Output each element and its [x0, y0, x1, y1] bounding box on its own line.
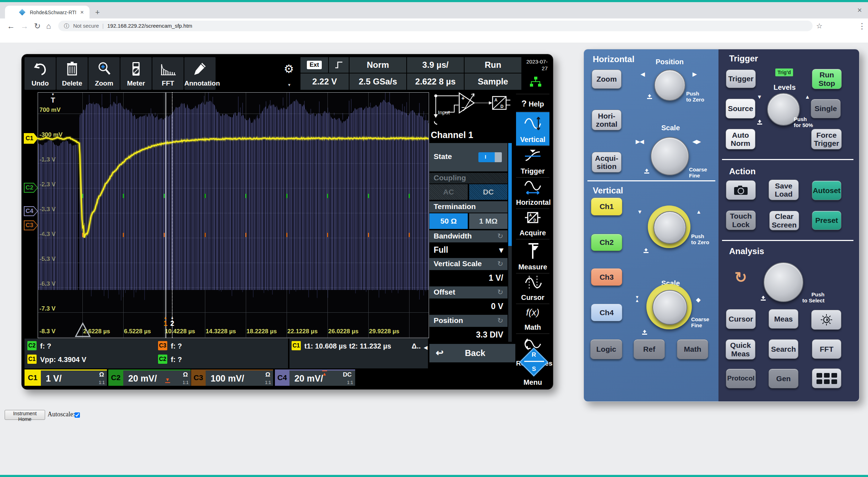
- screenshot-button[interactable]: [726, 180, 756, 200]
- fft-hw-button[interactable]: FFT: [812, 339, 841, 359]
- forward-icon[interactable]: →: [21, 22, 28, 31]
- collapse-arrow-icon[interactable]: ◀: [424, 345, 428, 350]
- hw-horizontal-button[interactable]: Hori- zontal: [592, 110, 622, 130]
- apps-menu-button[interactable]: [812, 368, 841, 388]
- termination-1m-button[interactable]: 1 MΩ: [469, 213, 508, 229]
- math-button[interactable]: Math: [677, 339, 708, 359]
- auto-norm-button[interactable]: Auto Norm: [726, 129, 755, 149]
- c1-badge[interactable]: C1: [25, 369, 41, 386]
- c2-badge[interactable]: C2: [108, 369, 123, 386]
- h-scale-knob[interactable]: [651, 137, 689, 175]
- sample-rate-cell[interactable]: 2.5 GSa/s: [349, 73, 406, 90]
- position-value[interactable]: 3.3 DIV: [429, 328, 508, 342]
- gear-icon[interactable]: ⚙: [284, 62, 294, 76]
- run-state-cell[interactable]: Run: [465, 57, 521, 73]
- save-load-button[interactable]: Save Load: [769, 180, 799, 200]
- reload-icon[interactable]: ↻: [34, 22, 40, 31]
- protocol-button[interactable]: Protocol: [726, 369, 756, 388]
- cursor-2-flag[interactable]: ▲2: [169, 316, 175, 328]
- browser-menu-icon[interactable]: ⋮: [858, 22, 866, 31]
- acquire-mode-cell[interactable]: Sample: [465, 73, 521, 90]
- intensity-button[interactable]: [811, 310, 841, 330]
- zoom-button[interactable]: Zoom: [88, 57, 120, 90]
- ch2-button[interactable]: Ch2: [591, 234, 622, 251]
- preset-button[interactable]: Preset: [812, 211, 841, 230]
- url-text[interactable]: 192.168.229.22/screencam_sfp.htm: [107, 23, 192, 29]
- termination-50-button[interactable]: 50 Ω: [429, 213, 468, 229]
- c4-position-marker[interactable]: C4: [24, 206, 38, 216]
- vscale-value[interactable]: 1 V/: [429, 271, 508, 285]
- home-icon[interactable]: ⌂: [46, 22, 51, 31]
- sidebar-cursor[interactable]: Cursor: [516, 273, 549, 303]
- reset-icon[interactable]: ↻: [497, 288, 503, 296]
- ch1-button[interactable]: Ch1: [591, 198, 622, 215]
- back-icon[interactable]: ←: [7, 22, 15, 31]
- ch3-button[interactable]: Ch3: [591, 268, 622, 286]
- state-toggle[interactable]: I: [478, 152, 502, 162]
- v-position-knob[interactable]: [653, 211, 686, 244]
- undo-button[interactable]: Undo: [25, 57, 56, 90]
- single-button[interactable]: Single: [811, 99, 841, 118]
- cursor-line-2[interactable]: [172, 93, 173, 338]
- address-bar[interactable]: ⓘ Not secure | 192.168.229.22/screencam_…: [58, 21, 813, 31]
- hw-acquisition-button[interactable]: Acqui- sition: [592, 152, 622, 172]
- hw-trigger-button[interactable]: Trigger: [726, 70, 756, 88]
- meas-button[interactable]: Meas: [769, 309, 798, 329]
- ch4-button[interactable]: Ch4: [591, 304, 622, 321]
- navigation-knob[interactable]: [764, 262, 803, 302]
- cursor-line-1[interactable]: [166, 93, 166, 338]
- c3-badge[interactable]: C3: [191, 369, 206, 386]
- reset-icon[interactable]: ↻: [497, 259, 503, 268]
- coupling-ac-button[interactable]: AC: [429, 184, 468, 200]
- sidebar-acquire[interactable]: AD Acquire: [516, 208, 549, 239]
- search-button[interactable]: Search: [769, 339, 798, 359]
- timebase-cell[interactable]: 3.9 µs/: [407, 57, 464, 73]
- bookmark-star-icon[interactable]: ☆: [816, 22, 823, 30]
- logic-button[interactable]: Logic: [590, 339, 622, 359]
- clear-screen-button[interactable]: Clear Screen: [769, 211, 799, 230]
- horizontal-position-cell[interactable]: 2.622 8 µs: [407, 73, 464, 90]
- trigger-level-cell[interactable]: 2.22 V: [300, 73, 349, 90]
- instrument-home-button[interactable]: Instrument Home: [5, 410, 45, 420]
- toolbar-expand-icon[interactable]: ▼: [287, 83, 291, 87]
- force-trigger-button[interactable]: Force Trigger: [811, 129, 842, 149]
- info-icon[interactable]: ⓘ: [64, 23, 69, 29]
- fft-button[interactable]: FFT: [152, 57, 184, 90]
- cursor-1-flag[interactable]: ▲1: [162, 316, 169, 328]
- meter-button[interactable]: Meter: [120, 57, 152, 90]
- sidebar-math[interactable]: f(x) Math: [516, 303, 549, 333]
- run-stop-button[interactable]: Run Stop: [812, 69, 842, 89]
- cursor-button[interactable]: Cursor: [726, 309, 756, 329]
- rs-logo[interactable]: R S: [519, 347, 548, 377]
- new-tab-button[interactable]: +: [95, 8, 100, 17]
- touch-lock-button[interactable]: Touch Lock: [726, 210, 756, 230]
- c1-position-marker[interactable]: C1: [24, 133, 38, 144]
- trigger-mode-cell[interactable]: Norm: [349, 57, 406, 73]
- reset-icon[interactable]: ↻: [497, 232, 503, 240]
- v-scale-knob[interactable]: [652, 290, 687, 325]
- offset-value[interactable]: 0 V: [429, 299, 508, 313]
- h-position-knob[interactable]: [654, 70, 685, 101]
- c1-scale-box[interactable]: 1 V/ Ω 1:1: [41, 369, 107, 386]
- sidebar-trigger[interactable]: Trigger: [516, 146, 549, 177]
- trigger-time-marker[interactable]: ▼ T: [49, 93, 56, 104]
- ref-button[interactable]: Ref: [634, 339, 665, 359]
- source-button[interactable]: Source: [726, 99, 755, 119]
- dialog-scrollbar[interactable]: [508, 143, 512, 342]
- c2-scale-box[interactable]: 20 mV/ Ω 1:1 ▼: [123, 369, 191, 386]
- back-button[interactable]: ↩ Back: [429, 344, 515, 362]
- reset-icon[interactable]: ↻: [497, 316, 503, 325]
- quick-meas-button[interactable]: Quick Meas: [726, 339, 755, 360]
- sidebar-help[interactable]: ? Help: [516, 94, 549, 111]
- tab-close-icon[interactable]: ×: [80, 9, 84, 16]
- c3-scale-box[interactable]: 100 mV/ Ω 1:1: [206, 369, 273, 386]
- trigger-position-marker[interactable]: [75, 322, 91, 338]
- sidebar-vertical[interactable]: Vertical: [516, 111, 549, 146]
- gen-button[interactable]: Gen: [769, 369, 798, 388]
- c4-badge[interactable]: C4: [275, 369, 289, 386]
- trigger-source-badge[interactable]: Ext: [300, 57, 328, 73]
- autoset-button[interactable]: Autoset: [812, 181, 841, 200]
- annotation-button[interactable]: Annotation: [184, 57, 216, 90]
- coupling-dc-button[interactable]: DC: [469, 184, 508, 200]
- c4-scale-box[interactable]: 20 mV/ DC 1:1 ▲: [289, 369, 355, 386]
